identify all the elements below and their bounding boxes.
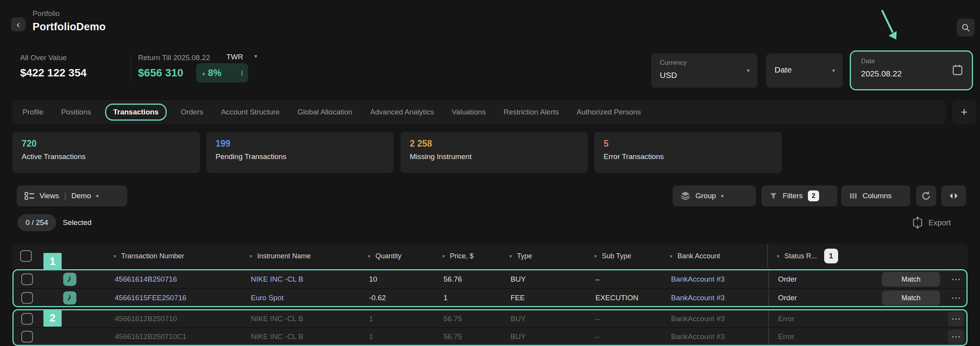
match-button[interactable]: Match	[882, 272, 940, 287]
transaction-number-link[interactable]: 45661614B250716	[115, 275, 177, 284]
column-label: Status R...	[785, 252, 817, 260]
tab-account-structure[interactable]: Account Structure	[221, 108, 280, 116]
pane-toggle-arrows-button[interactable]	[941, 185, 966, 206]
date-field-value: 2025.08.22	[861, 69, 902, 78]
transaction-number-link[interactable]: 45661612B250710	[115, 315, 177, 323]
tab-authorized-persons[interactable]: Authorized Persons	[576, 108, 641, 116]
row-checkbox[interactable]	[21, 273, 33, 285]
transaction-number-link[interactable]: 45661615FEE250716	[115, 294, 186, 302]
bank-account-link[interactable]: BankAccount #3	[671, 332, 725, 341]
column-header-price[interactable]: ▾ Price, $	[434, 244, 502, 268]
chevron-down-icon: ▾	[832, 67, 835, 74]
type-cell: FEE	[503, 289, 587, 307]
stat-label: Error Transactions	[604, 152, 773, 161]
bank-account-link[interactable]: BankAccount #3	[671, 315, 725, 323]
column-header-menu-spacer	[942, 244, 968, 268]
instrument-link[interactable]: Euro Spot	[251, 294, 284, 302]
chevron-down-icon: ▾	[721, 193, 724, 199]
refresh-button[interactable]	[916, 185, 936, 206]
trend-up-icon: ▴	[202, 70, 205, 76]
date-mode-label: Date	[775, 65, 792, 74]
sort-caret-icon: ▾	[594, 253, 597, 259]
stat-value: 199	[216, 138, 385, 149]
add-tab-button[interactable]: +	[952, 100, 976, 124]
back-chevron-icon: ‹	[17, 19, 20, 29]
date-mode-select[interactable]: Date ▾	[766, 54, 843, 88]
sub-type-cell: EXECUTION	[587, 289, 662, 307]
search-button[interactable]	[957, 19, 975, 36]
page-title: PortfolioDemo	[33, 21, 106, 33]
back-button[interactable]: ‹	[11, 17, 26, 31]
column-label: Price, $	[450, 252, 474, 260]
columns-icon	[849, 192, 858, 200]
column-header-type[interactable]: ▾ Type	[502, 244, 585, 268]
sort-caret-icon: ▾	[114, 253, 116, 259]
selection-count-badge: 0 / 254	[17, 214, 56, 231]
tab-orders[interactable]: Orders	[181, 108, 203, 116]
tab-transactions[interactable]: Transactions	[105, 104, 167, 121]
instrument-link[interactable]: NIKE INC -CL B	[251, 275, 304, 284]
layers-icon	[680, 191, 690, 201]
annotation-box-2: 45661612B250710 NIKE INC -CL B 1 56.75 B…	[12, 309, 968, 346]
table-row[interactable]: 45661612B250710C1 NIKE INC -CL B 1 56.75…	[14, 328, 966, 345]
column-header-transaction-number[interactable]: ▾ Transaction Number	[95, 244, 236, 268]
views-selector[interactable]: Views | Demo ▾	[17, 185, 127, 206]
columns-label: Columns	[863, 192, 892, 200]
table-row[interactable]: 45661614B250716 NIKE INC -CL B 10 56.76 …	[14, 270, 966, 289]
select-all-checkbox[interactable]	[20, 250, 32, 262]
filters-label: Filters	[783, 192, 803, 200]
table-row[interactable]: 45661612B250710 NIKE INC -CL B 1 56.75 B…	[14, 310, 966, 328]
row-checkbox[interactable]	[21, 331, 33, 343]
column-header-bank-account[interactable]: ▾ Bank Account	[661, 244, 767, 268]
sub-type-cell: –	[587, 328, 662, 345]
breadcrumb: Portfolio	[33, 9, 60, 18]
group-button[interactable]: Group ▾	[673, 185, 756, 206]
funnel-icon	[769, 192, 778, 200]
stat-card-pending-transactions[interactable]: 199 Pending Transactions	[206, 132, 394, 173]
summary-divider	[131, 55, 131, 83]
table-row[interactable]: 45661615FEE250716 Euro Spot -0.62 1 FEE …	[14, 289, 966, 307]
tab-profile[interactable]: Profile	[22, 108, 43, 116]
column-label: Bank Account	[678, 252, 720, 260]
sort-caret-icon: ▾	[368, 253, 371, 259]
row-checkbox[interactable]	[21, 313, 33, 325]
quantity-cell: 1	[362, 328, 435, 345]
row-checkbox[interactable]	[21, 292, 33, 304]
tab-restriction-alerts[interactable]: Restriction Alerts	[504, 108, 559, 116]
row-menu-icon[interactable]: ⋯	[951, 275, 961, 284]
return-mode-value[interactable]: TWR	[226, 53, 243, 61]
export-button[interactable]: Export	[912, 213, 951, 232]
annotation-arrow	[877, 8, 908, 47]
selection-summary: 0 / 254 Selected	[17, 214, 91, 231]
views-label: Views	[40, 192, 59, 200]
column-header-status-reason[interactable]: ▾ Status R... 1	[767, 244, 878, 268]
columns-button[interactable]: Columns	[841, 185, 910, 206]
stat-card-active-transactions[interactable]: 720 Active Transactions	[12, 132, 200, 173]
row-menu-button[interactable]: ⋯	[948, 311, 964, 326]
column-header-sub-type[interactable]: ▾ Sub Type	[585, 244, 661, 268]
pending-clock-icon	[63, 273, 76, 286]
quantity-cell: 10	[362, 270, 435, 288]
bank-account-link[interactable]: BankAccount #3	[671, 294, 725, 302]
row-menu-button[interactable]: ⋯	[948, 329, 964, 344]
status-cell: Order	[768, 270, 880, 288]
price-cell: 56.76	[435, 270, 503, 288]
tab-global-allocation[interactable]: Global Allocation	[297, 108, 352, 116]
tab-advanced-analytics[interactable]: Advanced Analytics	[370, 108, 434, 116]
export-label: Export	[928, 218, 951, 227]
bank-account-link[interactable]: BankAccount #3	[671, 275, 725, 284]
match-button[interactable]: Match	[882, 291, 940, 305]
currency-select[interactable]: Currency USD ▾	[651, 54, 757, 88]
column-header-quantity[interactable]: ▾ Quantity	[361, 244, 434, 268]
return-mode-caret-icon[interactable]: ▾	[254, 53, 257, 60]
stat-card-error-transactions[interactable]: 5 Error Transactions	[594, 132, 782, 173]
date-picker-field[interactable]: Date 2025.08.22	[850, 50, 973, 90]
stat-card-missing-instrument[interactable]: 2 258 Missing Instrument	[400, 132, 588, 173]
row-menu-icon[interactable]: ⋯	[951, 293, 961, 303]
tab-valuations[interactable]: Valuations	[452, 108, 486, 116]
transaction-number-link[interactable]: 45661612B250710C1	[115, 332, 186, 341]
filters-button[interactable]: Filters 2	[761, 185, 837, 206]
column-header-instrument-name[interactable]: ▾ Instrument Name	[236, 244, 361, 268]
row-menu-icon: ⋯	[951, 314, 961, 324]
tab-positions[interactable]: Positions	[61, 108, 91, 116]
